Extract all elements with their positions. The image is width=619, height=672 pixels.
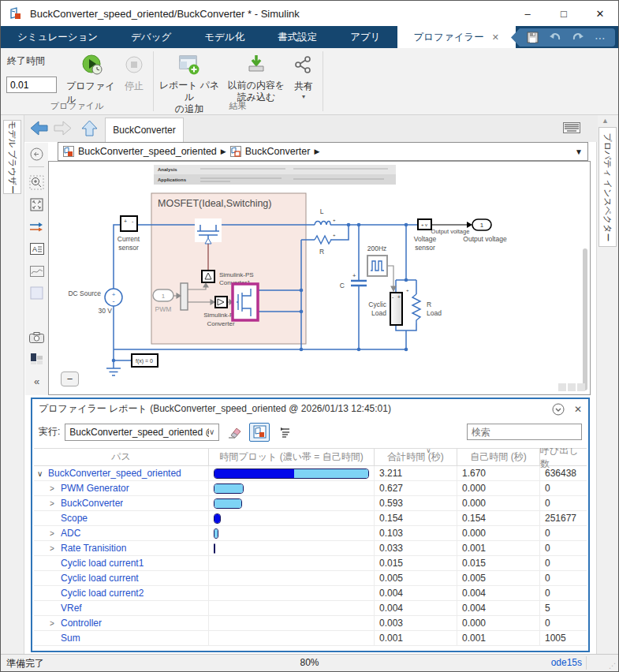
table-row[interactable]: >Controller0.0030.0000 (34, 616, 587, 631)
property-inspector-tab[interactable]: プロパティ インスペクター (598, 127, 617, 247)
share-button[interactable]: 共有 ▾ (289, 52, 319, 100)
signal-lines-icon[interactable] (28, 218, 45, 235)
model-canvas[interactable]: Analysis Applications MOSFET(Ideal,Switc… (48, 161, 591, 395)
tab-format[interactable]: 書式設定 (261, 26, 334, 48)
minimize-button[interactable]: – (509, 1, 546, 26)
column-header-calls[interactable]: 呼び出し数 (540, 449, 587, 465)
breadcrumb-dropdown-icon[interactable]: ▼ (575, 147, 583, 156)
circuit-diagram: Analysis Applications MOSFET(Ideal,Switc… (49, 162, 590, 394)
run-selector-dropdown[interactable]: BuckConverter_speed_oriented @ 20 ∨ (65, 424, 219, 441)
close-button[interactable]: ✕ (582, 1, 618, 26)
block-path-link[interactable]: Cyclic load current1 (61, 558, 144, 569)
expander-closed-icon[interactable]: > (50, 619, 61, 628)
table-row[interactable]: Cyclic load current20.0040.0040 (34, 586, 587, 601)
clear-results-button[interactable] (224, 423, 244, 442)
r-load-block[interactable]: + R Load (406, 288, 442, 323)
current-sensor-block[interactable]: + - Current sensor (117, 216, 140, 252)
more-options-icon[interactable]: ⋯ (595, 32, 606, 43)
cyclic-load-block[interactable]: - + Cyclic Load (368, 293, 402, 325)
mosfet-block-highlighted[interactable] (233, 284, 258, 320)
tab-apps[interactable]: アプリ (334, 26, 397, 48)
expander-closed-icon[interactable]: > (50, 499, 61, 508)
capacitor-block[interactable]: + C (340, 272, 367, 289)
zoom-out-button[interactable]: − (61, 371, 79, 386)
voltage-sensor-block[interactable]: + v Voltage sensor (414, 219, 437, 252)
table-row[interactable]: >PWM Generator0.6270.0000 (34, 481, 587, 496)
save-icon[interactable] (527, 32, 539, 43)
block-path-link[interactable]: Cyclic load current (61, 573, 139, 584)
table-row[interactable]: Cyclic load current10.0150.0150 (34, 556, 587, 571)
resistor-block[interactable]: R + (315, 233, 336, 256)
tab-simulation[interactable]: シミュレーション (1, 26, 114, 48)
panel-close-icon[interactable]: ✕ (574, 404, 582, 415)
block-path-link[interactable]: ADC (61, 528, 80, 539)
load-previous-button[interactable]: 以前の内容を読み込む (225, 52, 288, 103)
table-row[interactable]: Sum0.0010.0011005 (34, 631, 587, 646)
zoom-in-icon[interactable] (28, 174, 45, 191)
calls-cell: 0 (540, 541, 587, 555)
block-path-link[interactable]: Sum (61, 633, 80, 644)
inductor-block[interactable]: L + (315, 207, 336, 225)
schedule-editor-icon[interactable] (28, 351, 45, 368)
document-tab[interactable]: BuckConverter (105, 118, 184, 142)
table-row[interactable]: >BuckConverter0.5930.0000 (34, 496, 587, 511)
collapse-palette-icon[interactable]: « (28, 373, 45, 390)
redo-icon[interactable] (572, 32, 584, 43)
block-path-link[interactable]: VRef (61, 603, 82, 614)
tab-close-icon[interactable]: ✕ (492, 32, 499, 43)
block-path-link[interactable]: PWM Generator (61, 483, 129, 494)
demux-block[interactable] (181, 283, 188, 310)
solver-name[interactable]: ode15s (551, 657, 582, 668)
breadcrumb-item-subsystem[interactable]: BuckConverter (245, 146, 311, 157)
model-browser-tab[interactable]: モデル ブラウザー (3, 120, 21, 194)
tab-modeling[interactable]: モデル化 (188, 26, 261, 48)
column-header-time-plot[interactable]: 時間プロット (濃い帯 = 自己時間) (209, 449, 375, 465)
profiler-report-panel: プロファイラー レポート (BuckConverter_speed_orient… (31, 398, 590, 652)
block-path-link[interactable]: Rate Tranisition (61, 543, 126, 554)
table-row[interactable]: Scope0.1540.154251677 (34, 511, 587, 526)
ground-symbol[interactable] (106, 368, 121, 375)
back-icon[interactable] (29, 119, 49, 137)
block-path-link[interactable]: Cyclic load current2 (61, 588, 144, 599)
expander-open-icon[interactable]: ∨ (37, 469, 48, 478)
column-header-path[interactable]: パス (34, 449, 209, 465)
table-row[interactable]: VRef0.0040.0045 (34, 601, 587, 616)
annotation-icon[interactable]: A (28, 241, 45, 257)
expander-closed-icon[interactable]: > (50, 529, 61, 538)
table-row[interactable]: >ADC0.1030.0000 (34, 526, 587, 541)
block-path-link[interactable]: Scope (61, 513, 88, 524)
search-input[interactable] (467, 424, 582, 440)
panel-menu-icon[interactable] (552, 403, 565, 416)
block-path-link[interactable]: BuckConverter (61, 498, 123, 509)
screenshot-icon[interactable] (28, 329, 45, 345)
area-box-icon[interactable] (28, 285, 45, 301)
maximize-button[interactable]: □ (546, 1, 582, 26)
table-row[interactable]: ∨BuckConverter_speed_oriented3.2111.6706… (34, 466, 587, 481)
block-path-link[interactable]: BuckConverter_speed_oriented (48, 468, 181, 479)
stop-time-input[interactable] (6, 77, 57, 93)
profile-button[interactable]: プロファイル (66, 52, 118, 106)
table-row[interactable]: >Rate Tranisition0.0330.0010 (34, 541, 587, 556)
flame-tree-view-button[interactable] (274, 423, 295, 442)
tab-debug[interactable]: デバッグ (114, 26, 188, 48)
fit-to-view-icon[interactable] (28, 196, 45, 213)
output-voltage-outport[interactable]: 1 Output voltage (463, 219, 507, 243)
hide-browser-icon[interactable] (28, 146, 45, 162)
up-to-parent-icon[interactable] (80, 119, 99, 137)
pulse-generator-block[interactable]: 200Hz (367, 245, 387, 276)
table-row[interactable]: Cyclic load current0.0050.0050 (34, 571, 587, 586)
canvas-vertical-scrollbar[interactable] (583, 248, 587, 390)
solver-config-block[interactable]: f(x) = 0 (132, 354, 158, 367)
block-path-link[interactable]: Controller (61, 618, 102, 629)
image-annotation-icon[interactable] (28, 263, 45, 279)
window-resize-grip[interactable]: ⋰ (609, 662, 617, 670)
expander-closed-icon[interactable]: > (50, 484, 61, 493)
dropdown-caret-icon: ∨ (209, 427, 214, 436)
tab-profiler[interactable]: プロファイラー ✕ (397, 26, 516, 48)
highlight-in-model-button[interactable] (249, 423, 270, 442)
collapse-ribbon-icon[interactable]: ▲ (602, 117, 609, 125)
expander-closed-icon[interactable]: > (50, 544, 61, 553)
breadcrumb-item-root[interactable]: BuckConverter_speed_oriented (78, 146, 217, 157)
undo-icon[interactable] (549, 32, 561, 43)
keyboard-icon[interactable] (563, 122, 580, 133)
